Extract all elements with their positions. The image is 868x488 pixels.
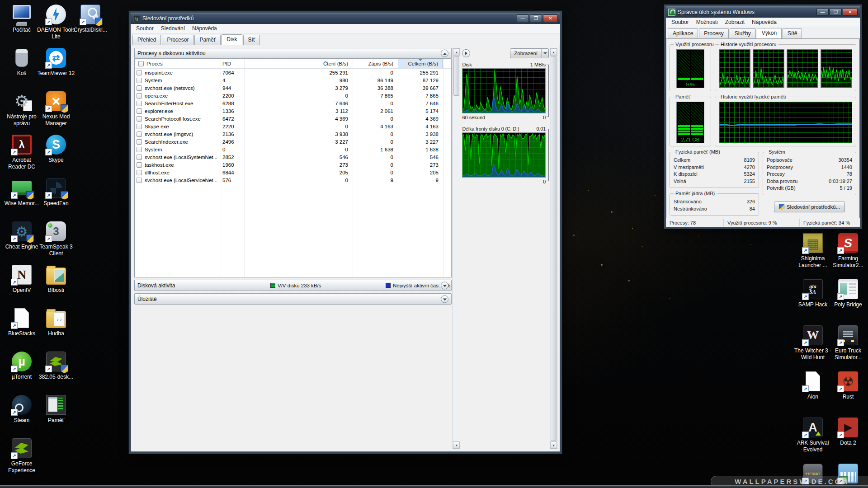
desktop-icon-daemon-tools-lite[interactable]: ↗DAEMON Tools Lite [37,4,75,47]
desktop-icon-farming-simulator2[interactable]: S↗Farming Simulator2... [829,232,867,278]
desktop-icon-teamviewer-12[interactable]: ⇄↗TeamViewer 12 [37,47,75,90]
close-button[interactable]: ✕ [843,8,858,16]
desktop-icon-poly-bridge[interactable]: ↗Poly Bridge [829,278,867,324]
taskmgr-menu-mo-nosti[interactable]: Možnosti [693,18,722,26]
scroll-thumb[interactable] [551,56,557,441]
process-row-mspaint-exe[interactable]: mspaint.exe7064255 2910255 291 [135,69,451,76]
col-celkem-sorted[interactable]: Celkem (B/s) [398,59,443,68]
expand-chevron-down-icon[interactable] [441,282,448,289]
desktop-icon-steam[interactable]: ↗Steam [3,394,41,437]
close-button[interactable]: ✕ [543,14,558,22]
desktop-icon-ark-survival-evolved[interactable]: A↗ARK Survival Evolved [794,417,832,463]
row-checkbox[interactable] [137,178,142,183]
desktop-icon-shiginima-launcher[interactable]: ▦↗Shiginima Launcher ... [794,232,832,278]
resmon-tab-disk[interactable]: Disk [222,34,242,45]
scroll-up-icon[interactable]: ▲ [453,48,460,56]
resmon-menu-sledov-n[interactable]: Sledování [157,24,189,33]
row-checkbox[interactable] [137,147,142,152]
resmon-tab-procesor[interactable]: Procesor [162,35,193,45]
taskmgr-tab-procesy[interactable]: Procesy [699,28,728,38]
row-checkbox[interactable] [137,131,142,137]
panel-collapse-chevron-right-icon[interactable] [462,49,470,57]
main-scrollbar[interactable]: ▲ ▼ [453,48,460,449]
table-header-row[interactable]: Proces PID Čtení (B/s) Zápis (B/s) Celke… [135,59,451,69]
scroll-down-icon[interactable]: ▼ [550,441,557,449]
row-checkbox[interactable] [137,124,142,129]
scroll-down-icon[interactable]: ▼ [453,441,460,449]
row-checkbox[interactable] [137,101,142,106]
process-row-svchost-exe-localservicenet[interactable]: svchost.exe (LocalServiceNet...576099 [135,176,451,184]
col-zapis[interactable]: Zápis (B/s) [353,59,398,68]
row-checkbox[interactable] [137,155,142,160]
row-checkbox[interactable] [137,116,142,122]
select-all-checkbox[interactable] [138,61,144,66]
process-row-opera-exe[interactable]: opera.exe220007 8657 865 [135,92,451,99]
desktop-icon-acrobat-reader-dc[interactable]: λ↗Acrobat Reader DC [3,134,41,177]
row-checkbox[interactable] [137,93,142,99]
taskmgr-menu-soubor[interactable]: Soubor [668,18,693,26]
desktop-icon-aion[interactable]: ↗Aion [794,371,832,417]
dropdown-arrow-icon[interactable] [541,49,548,58]
desktop-icon-rust[interactable]: ☢↗Rust [829,371,867,417]
section-disk-processes-header[interactable]: Procesy s diskovou aktivitou [134,48,452,59]
process-row-taskhost-exe[interactable]: taskhost.exe19602730273 [135,161,451,169]
row-checkbox[interactable] [137,139,142,145]
process-row-searchprotocolhost-exe[interactable]: SearchProtocolHost.exe64724 36904 369 [135,115,451,122]
process-row-searchindexer-exe[interactable]: SearchIndexer.exe24963 22703 227 [135,138,451,145]
process-row-svchost-exe-localsystemnet[interactable]: svchost.exe (LocalSystemNet...2852546054… [135,153,451,161]
taskmgr-menu-zobrazit[interactable]: Zobrazit [722,18,748,26]
process-row-system[interactable]: System498086 14987 129 [135,76,451,84]
desktop-icon-nexus-mod-manager[interactable]: ×↗Nexus Mod Manager [37,90,75,134]
desktop-icon-wise-memor[interactable]: ↗Wise Memor... [3,177,41,221]
minimize-button[interactable]: — [816,8,829,16]
desktop-icon-torrent[interactable]: µ↗µTorrent [3,351,41,394]
taskmgr-titlebar[interactable]: Správce úloh systému Windows — ❐ ✕ [666,6,860,18]
desktop-icon-po-ta[interactable]: Počítač [3,4,41,47]
resmon-menu-soubor[interactable]: Soubor [132,24,157,33]
desktop-icon-teamspeak-3-client[interactable]: 3↗TeamSpeak 3 Client [37,221,75,264]
desktop-icon-openiv[interactable]: N↗OpenIV [3,264,41,307]
process-row-svchost-exe-imgsvc[interactable]: svchost.exe (imgsvc)21363 93803 938 [135,130,451,138]
row-checkbox[interactable] [137,85,142,91]
resmon-titlebar[interactable]: Sledování prostředků — ❐ ✕ [131,13,560,24]
desktop-icon-382-05-desk[interactable]: ↗382.05-desk... [37,351,75,394]
desktop-icon-euro-truck-simulator[interactable]: ↗Euro Truck Simulator... [829,324,867,371]
row-checkbox[interactable] [137,170,142,175]
panel-scrollbar[interactable]: ▲ ▼ [550,48,557,449]
col-proces[interactable]: Proces [146,61,163,66]
desktop-icon-the-witcher-3-wild-hunt[interactable]: W↗The Witcher 3 - Wild Hunt [794,324,832,371]
maximize-button[interactable]: ❐ [830,8,842,16]
process-row-svchost-exe-netsvcs[interactable]: svchost.exe (netsvcs)9443 27936 38839 66… [135,84,451,92]
col-cteni[interactable]: Čtení (B/s) [244,59,353,68]
desktop-icon-ko[interactable]: Koš [3,47,41,90]
taskbar[interactable] [0,485,868,488]
desktop-icon-dota-2[interactable]: ▶↗Dota 2 [829,417,867,463]
desktop-icon-crystaldiski[interactable]: ↗CrystalDiskI... [71,4,109,47]
maximize-button[interactable]: ❐ [530,14,542,22]
process-row-explorer-exe[interactable]: explorer.exe13363 1122 0615 174 [135,107,451,115]
views-dropdown-button[interactable]: Zobrazení [510,48,549,58]
desktop-icon-hudba[interactable]: Hudba [37,307,75,351]
resmon-tab-pam[interactable]: Paměť [194,35,221,45]
desktop-icon-skype[interactable]: S↗Skype [37,134,75,177]
taskmgr-tab-aplikace[interactable]: Aplikace [668,28,698,38]
taskmgr-menu-n-pov-da[interactable]: Nápověda [748,18,780,26]
taskmgr-tab-slu-by[interactable]: Služby [730,28,756,38]
desktop-icon-blbosti[interactable]: Blbosti [37,264,75,307]
scroll-up-icon[interactable]: ▲ [550,48,557,56]
desktop-icon-pam[interactable]: Paměť [37,394,75,437]
resmon-tab-p-ehled[interactable]: Přehled [132,35,161,45]
desktop-icon-speedfan[interactable]: ↗SpeedFan [37,177,75,221]
open-resource-monitor-button[interactable]: Sledování prostředků... [774,202,845,212]
taskmgr-tab-s-t[interactable]: Sítě [783,28,802,38]
resmon-tab-s[interactable]: Síť [243,35,260,45]
desktop-icon-cheat-engine[interactable]: ⚙↗Cheat Engine [3,221,41,264]
desktop-icon-geforce-experience[interactable]: ↗GeForce Experience [3,437,41,481]
desktop-icon-n-stroje-pro-spr-vu[interactable]: ⚙Nástroje pro správu [3,90,41,134]
process-row-skype-exe[interactable]: Skype.exe222004 1634 163 [135,122,451,130]
process-row-searchfilterhost-exe[interactable]: SearchFilterHost.exe62887 64607 646 [135,99,451,107]
expand-chevron-down-icon[interactable] [441,295,448,303]
col-pid[interactable]: PID [221,59,244,68]
scroll-thumb[interactable] [453,56,459,96]
row-checkbox[interactable] [137,162,142,168]
